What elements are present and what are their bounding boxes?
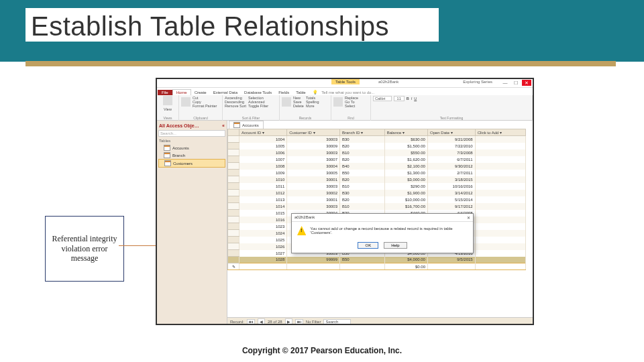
sortfilter-group: Sort & Filter bbox=[225, 116, 277, 121]
last-record-button[interactable]: ⏭ bbox=[295, 319, 303, 324]
italic-button[interactable]: I bbox=[411, 97, 413, 101]
dialog-title: a02h2Bank bbox=[294, 215, 315, 220]
views-group: Views bbox=[159, 116, 176, 121]
externaldata-tab[interactable]: External Data bbox=[210, 90, 241, 95]
window-title: a02h2Bank bbox=[378, 80, 398, 84]
fmtpainter-button[interactable]: Format Painter bbox=[193, 104, 217, 108]
togglefilter-button[interactable]: Toggle Filter bbox=[248, 104, 268, 108]
ribbon: View Views CutCopyFormat Painter Clipboa… bbox=[157, 95, 533, 121]
slide-title: Establish Table Relationships bbox=[25, 8, 439, 42]
dbtools-tab[interactable]: Database Tools bbox=[241, 90, 275, 95]
nav-item-customers[interactable]: Customers bbox=[158, 159, 225, 168]
delete-button[interactable]: Delete bbox=[293, 104, 304, 108]
tell-me[interactable]: 💡 Tell me what you want to do... bbox=[309, 89, 382, 95]
nav-collapse-icon[interactable]: « bbox=[222, 123, 225, 128]
titlebar: Table Tools a02h2Bank Exploring Series —… bbox=[157, 79, 533, 88]
signin-label: Exploring Series bbox=[463, 80, 492, 84]
view-button[interactable]: View bbox=[164, 107, 172, 111]
error-dialog: a02h2Bank✕ You cannot add or change a re… bbox=[291, 213, 474, 253]
create-tab[interactable]: Create bbox=[191, 90, 210, 95]
access-screenshot: Table Tools a02h2Bank Exploring Series —… bbox=[156, 78, 534, 325]
nav-item-accounts[interactable]: Accounts bbox=[158, 144, 225, 152]
record-position: 28 of 28 bbox=[268, 320, 282, 324]
dialog-message: You cannot add or change a record becaus… bbox=[310, 227, 468, 235]
paste-icon[interactable] bbox=[181, 97, 191, 107]
nav-header[interactable]: All Access Obje… bbox=[159, 123, 199, 128]
nav-group-tables[interactable]: Tables bbox=[159, 139, 170, 143]
nav-search[interactable]: Search... bbox=[158, 130, 225, 137]
file-tab[interactable]: File bbox=[158, 90, 172, 95]
first-record-button[interactable]: ⏮ bbox=[247, 319, 255, 324]
font-name[interactable]: Calibri bbox=[373, 96, 392, 101]
fields-tab[interactable]: Fields bbox=[275, 90, 292, 95]
table-icon bbox=[164, 145, 170, 151]
navigation-pane: All Access Obje…« Search... Tables Accou… bbox=[157, 121, 227, 325]
maximize-icon[interactable]: ☐ bbox=[511, 80, 521, 86]
textfmt-group: Text Formatting bbox=[373, 116, 530, 121]
more-button[interactable]: More bbox=[306, 104, 319, 108]
bold-button[interactable]: B bbox=[407, 97, 409, 101]
table-icon bbox=[164, 152, 170, 158]
find-icon[interactable] bbox=[333, 97, 343, 107]
home-tab[interactable]: Home bbox=[172, 89, 191, 95]
contextual-tab-label: Table Tools bbox=[331, 79, 360, 84]
record-navigator: Record: ⏮ ◀ 28 of 28 ▶ ⏭ No Filter Searc… bbox=[227, 317, 533, 325]
underline-button[interactable]: U bbox=[414, 97, 417, 101]
datasheet-area: Accounts Account ID ▾Customer ID ▾Branch… bbox=[227, 121, 533, 325]
help-button[interactable]: Help bbox=[384, 242, 407, 249]
prev-record-button[interactable]: ◀ bbox=[258, 318, 265, 324]
ribbon-tabs: File Home Create External Data Database … bbox=[157, 88, 533, 95]
records-group: Records bbox=[282, 116, 329, 121]
view-icon[interactable] bbox=[163, 96, 172, 105]
removesort-button[interactable]: Remove Sort bbox=[225, 104, 246, 108]
nav-item-branch[interactable]: Branch bbox=[158, 152, 225, 159]
copyright: Copyright © 2017 Pearson Education, Inc. bbox=[0, 346, 644, 355]
warning-icon bbox=[297, 226, 306, 235]
close-icon[interactable]: ✕ bbox=[522, 80, 531, 86]
title-underline bbox=[25, 61, 616, 66]
record-search[interactable]: Search bbox=[323, 319, 351, 324]
ok-button[interactable]: OK bbox=[358, 242, 378, 249]
font-size[interactable]: 11 bbox=[394, 96, 405, 101]
table-tab[interactable]: Table bbox=[292, 90, 309, 95]
find-group: Find bbox=[333, 116, 368, 121]
refresh-icon[interactable] bbox=[282, 97, 291, 107]
record-label: Record: bbox=[230, 320, 244, 324]
callout-box: Referential integrity violation error me… bbox=[45, 216, 124, 282]
object-tab[interactable]: Accounts bbox=[229, 121, 264, 129]
dialog-close-icon[interactable]: ✕ bbox=[467, 215, 470, 220]
table-icon bbox=[164, 160, 171, 166]
table-icon bbox=[233, 122, 240, 128]
select-button[interactable]: Select bbox=[345, 104, 358, 108]
clipboard-group: Clipboard bbox=[181, 116, 220, 121]
next-record-button[interactable]: ▶ bbox=[285, 318, 292, 324]
minimize-icon[interactable]: — bbox=[500, 80, 510, 86]
nofilter-label: No Filter bbox=[306, 320, 321, 324]
